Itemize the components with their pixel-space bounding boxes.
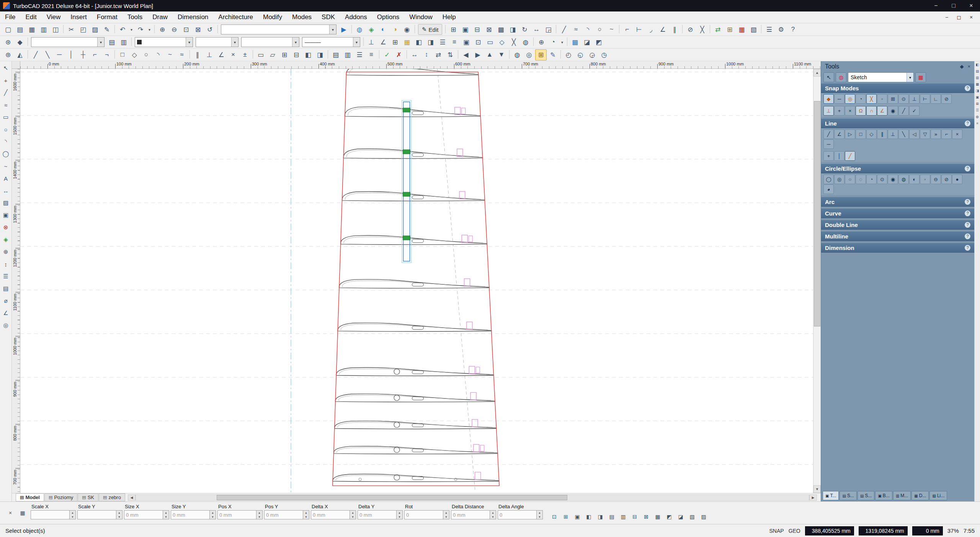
snap-tool-icon[interactable]: ◎	[0, 320, 11, 331]
spinner[interactable]: ▲▼	[256, 510, 263, 519]
circle4-icon[interactable]: ○	[140, 49, 152, 60]
snap-none-icon[interactable]: ⊘	[941, 94, 952, 104]
edit-node-icon[interactable]: +	[0, 75, 11, 86]
line-corner-icon[interactable]: ⌐	[941, 129, 952, 139]
spinner[interactable]: ▲▼	[116, 510, 122, 519]
line-a-icon[interactable]: ╱	[30, 49, 41, 60]
block-icon[interactable]: ▣	[459, 24, 471, 35]
section-help-icon[interactable]: ?	[965, 85, 970, 91]
spinner[interactable]: ▲▼	[350, 510, 356, 519]
lock-i-icon[interactable]: ⊠	[641, 512, 652, 522]
snap-grid-icon[interactable]: ⊞	[888, 94, 898, 104]
snap-quadrant-icon[interactable]: ◔	[856, 94, 866, 104]
circle-quarter-icon[interactable]: ◔	[866, 175, 877, 184]
section-header-double-line[interactable]: Double Line?	[821, 220, 974, 230]
lock-m-icon[interactable]: ▧	[687, 512, 697, 522]
offset-icon[interactable]: ∥	[669, 24, 680, 35]
minus-box-icon[interactable]: ⊟	[291, 49, 302, 60]
line-flat-icon[interactable]: ─	[823, 139, 834, 149]
text-tool-icon[interactable]: A	[0, 173, 11, 184]
snap-perp2-icon[interactable]: ⊥	[823, 106, 834, 116]
menu-edit[interactable]: Edit	[20, 11, 41, 23]
lock-l-icon[interactable]: ◪	[675, 512, 686, 522]
wing-plan-drawing[interactable]	[20, 69, 813, 493]
cone-icon[interactable]: ◭	[14, 49, 26, 60]
render-mode-icon[interactable]: ◐	[377, 24, 389, 35]
line-b-icon[interactable]: ╲	[42, 49, 53, 60]
redo-menu-icon[interactable]: ▾	[147, 24, 152, 35]
palette-library-tab[interactable]: ▧Li...	[929, 491, 947, 500]
y-coordinate[interactable]: 1319,08245 mm	[859, 526, 908, 535]
layer-properties-icon[interactable]: ▥	[118, 37, 129, 48]
delta-angle-input[interactable]	[498, 510, 537, 519]
right-arrow-icon[interactable]: ▶	[472, 49, 483, 60]
pos-x-input[interactable]	[217, 510, 256, 519]
swap-icon[interactable]: ⇄	[712, 24, 724, 35]
circle-3pt-icon[interactable]: ○	[845, 175, 855, 184]
inspector-close-icon[interactable]: ×	[5, 508, 15, 518]
print-icon[interactable]: ▥	[38, 24, 49, 35]
cross-icon[interactable]: ╳	[696, 24, 708, 35]
horizontal-scroll-track[interactable]	[136, 495, 809, 501]
clock-d-icon[interactable]: ◷	[598, 49, 610, 60]
times-icon[interactable]: ×	[227, 49, 239, 60]
menu-file[interactable]: File	[0, 11, 20, 23]
polyline-tool-icon[interactable]: ≈	[0, 100, 11, 110]
zoom-a-icon[interactable]: ⊕	[536, 37, 547, 48]
world-icon[interactable]: ◍	[354, 24, 365, 35]
vertical-scroll-track[interactable]	[813, 77, 821, 485]
minimize-button[interactable]: −	[927, 0, 945, 11]
circle3-icon[interactable]: ◍	[520, 37, 531, 48]
line-rect-icon[interactable]: □	[856, 129, 866, 139]
cols-icon[interactable]: ▥	[342, 49, 353, 60]
rows-icon[interactable]: ▤	[330, 49, 341, 60]
undo-icon[interactable]: ↶	[117, 24, 128, 35]
line-parallel-icon[interactable]: ∥	[877, 129, 887, 139]
lock-b-icon[interactable]: ⊞	[560, 512, 571, 522]
circle-filled-icon[interactable]: ◉	[888, 175, 898, 184]
pos-y-input[interactable]	[264, 510, 303, 519]
check-icon[interactable]: ✓	[381, 49, 393, 60]
circle-three-quarter-icon[interactable]: ◕	[823, 184, 834, 194]
profile-combo[interactable]: Sketch▾	[848, 72, 914, 82]
equal-icon[interactable]: ≡	[449, 37, 460, 48]
camera-icon[interactable]: ◉	[401, 24, 413, 35]
workplane-icon[interactable]: ◈	[366, 24, 377, 35]
line-chevrons-icon[interactable]: »	[931, 129, 941, 139]
ortho-icon[interactable]: ⊥	[366, 37, 377, 48]
plusminus-icon[interactable]: ±	[239, 49, 251, 60]
grid-icon[interactable]: ⊞	[389, 37, 401, 48]
geo-toggle[interactable]: GEO	[789, 528, 800, 534]
strip-g-icon[interactable]: ⊞	[976, 102, 979, 106]
table-icon[interactable]: ▦	[736, 24, 747, 35]
menu-options[interactable]: Options	[372, 11, 405, 23]
section-header-line[interactable]: Line?	[821, 118, 974, 128]
trim-icon[interactable]: ⌐	[621, 24, 633, 35]
child-restore-button[interactable]: ◻	[953, 14, 965, 20]
right-half-icon[interactable]: ◨	[425, 37, 436, 48]
horizontal-scrollbar[interactable]: ◀ ▶	[128, 495, 817, 501]
undo-menu-icon[interactable]: ▾	[129, 24, 134, 35]
snap-perpendicular-icon[interactable]: ⊥	[909, 94, 920, 104]
line-style-combo[interactable]: ———▾	[302, 37, 360, 47]
swap3-icon[interactable]: ⇅	[444, 49, 456, 60]
pen-width-combo[interactable]: ▾	[241, 37, 299, 47]
size-x-input[interactable]	[124, 510, 163, 519]
snap-tangent-icon[interactable]: ⊙	[898, 94, 909, 104]
pick-icon[interactable]: ▶	[338, 24, 350, 35]
spinner[interactable]: ▲▼	[537, 510, 543, 519]
scale-x-input[interactable]	[31, 510, 70, 519]
section-help-icon[interactable]: ?	[965, 211, 970, 216]
section-help-icon[interactable]: ?	[965, 245, 970, 251]
spinner[interactable]: ▲▼	[397, 510, 403, 519]
circle-slash-icon[interactable]: ⊘	[941, 175, 952, 184]
explode-icon[interactable]: ⊠	[483, 24, 495, 35]
strip-b-icon[interactable]: ▤	[976, 69, 979, 73]
down-arrow-icon[interactable]: ▼	[496, 49, 507, 60]
list-icon[interactable]: ☰	[763, 24, 775, 35]
rect2-icon[interactable]: ▭	[484, 37, 496, 48]
snap-dot-icon[interactable]: ◉	[888, 106, 898, 116]
scroll-down-button[interactable]: ▼	[813, 485, 821, 493]
blue-pen-icon[interactable]: ✎	[547, 49, 559, 60]
snap-cap-icon[interactable]: ∩	[866, 106, 877, 116]
